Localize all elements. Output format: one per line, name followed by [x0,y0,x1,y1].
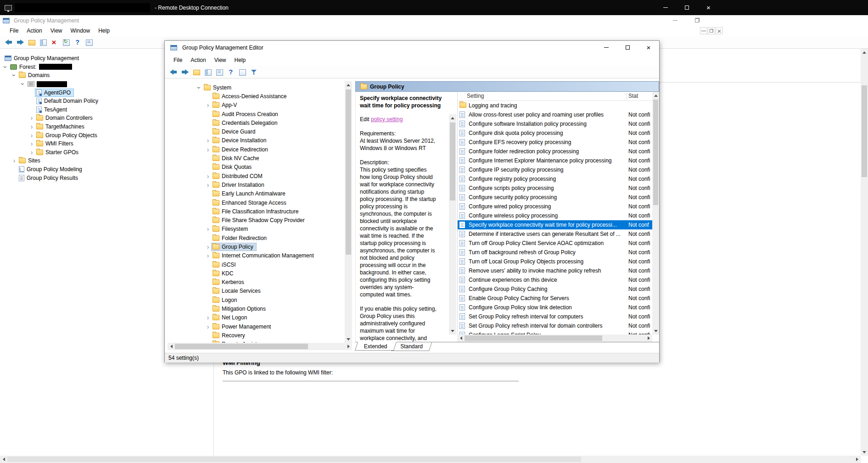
scrollbar-thumb[interactable] [7,457,581,462]
up-one-level-button[interactable] [190,67,202,78]
chevron-down-icon[interactable]: › [2,63,9,71]
scroll-up-button[interactable] [652,92,659,99]
scroll-left-button[interactable] [457,335,465,342]
icon-view-button[interactable] [236,67,248,78]
scroll-down-button[interactable] [345,335,352,343]
column-header-setting[interactable]: Setting [467,93,484,99]
menu-action[interactable]: Action [22,26,46,36]
chevron-right-icon[interactable]: › [11,157,18,164]
scrollbar-thumb[interactable] [465,335,602,341]
scroll-down-button[interactable] [652,327,659,335]
settings-row-enable-group-policy-caching-for-servers[interactable]: Enable Group Policy Caching for ServersN… [458,294,652,303]
chevron-right-icon[interactable]: › [28,140,35,147]
chevron-right-icon[interactable]: › [204,173,212,179]
menu-help[interactable]: Help [94,26,114,36]
tree-item-file-classification-infrastructure[interactable]: File Classification Infrastructure [168,207,345,216]
settings-row-allow-cross-forest-user-policy-and-roaming-user-profiles[interactable]: Allow cross-forest user policy and roami… [458,110,652,119]
tree-item-credentials-delegation[interactable]: Credentials Delegation [168,118,345,127]
settings-row-set-group-policy-refresh-interval-for-domain-controllers[interactable]: Set Group Policy refresh interval for do… [458,321,652,330]
tree-item-folder-redirection[interactable]: Folder Redirection [168,234,345,242]
tree-item-early-launch-antimalware[interactable]: Early Launch Antimalware [168,190,345,198]
menu-window[interactable]: Window [67,26,95,36]
show-console-tree-button[interactable] [202,67,213,78]
chevron-right-icon[interactable]: › [28,115,35,121]
tree-item-logon[interactable]: Logon [168,296,345,304]
chevron-right-icon[interactable]: › [204,137,212,144]
chevron-right-icon[interactable]: › [204,244,212,250]
export-list-button[interactable] [83,37,95,48]
scrollbar-thumb[interactable] [346,89,351,255]
tree-item-group-policy[interactable]: ›Group Policy [168,242,345,251]
menu-file[interactable]: File [169,55,186,65]
close-button[interactable]: × [638,41,659,54]
settings-row-configure-security-policy-processing[interactable]: Configure security policy processingNot … [458,193,652,202]
minimize-button[interactable] [664,15,686,25]
tree-item-mitigation-options[interactable]: Mitigation Options [168,304,345,313]
settings-row-configure-disk-quota-policy-processing[interactable]: Configure disk quota policy processingNo… [458,128,652,138]
tree-item-device-guard[interactable]: Device Guard [168,127,345,136]
scrollbar-thumb[interactable] [175,344,308,349]
tree-item-disk-quotas[interactable]: Disk Quotas [168,163,345,172]
settings-row-configure-folder-redirection-policy-processing[interactable]: Configure folder redirection policy proc… [458,147,652,156]
scrollbar-thumb[interactable] [450,123,455,201]
refresh-button[interactable] [60,37,72,48]
settings-row-configure-logon-script-delay[interactable]: Configure Logon Script DelayNot confi [458,330,652,335]
menu-file[interactable]: File [6,26,22,36]
chevron-right-icon[interactable]: › [204,146,212,153]
settings-row-configure-wireless-policy-processing[interactable]: Configure wireless policy processingNot … [458,211,652,220]
tree-item-recovery[interactable]: Recovery [168,331,345,340]
tree-item-net-logon[interactable]: ›Net Logon [168,313,345,322]
settings-row-configure-registry-policy-processing[interactable]: Configure registry policy processingNot … [458,174,652,184]
close-button[interactable]: × [698,0,719,15]
menu-help[interactable]: Help [230,55,250,65]
settings-row-configure-wired-policy-processing[interactable]: Configure wired policy processingNot con… [458,202,652,211]
rdp-horizontal-scrollbar[interactable] [0,456,861,463]
settings-list-vertical-scrollbar[interactable] [652,92,659,335]
chevron-down-icon[interactable]: › [196,84,202,91]
tree-item-internet-communication-management[interactable]: ›Internet Communication Management [168,251,345,260]
settings-row-turn-off-local-group-policy-objects-processing[interactable]: Turn off Local Group Policy Objects proc… [458,257,652,266]
tree-item-device-installation[interactable]: ›Device Installation [168,136,345,145]
tree-item-app-v[interactable]: ›App-V [168,101,345,110]
chevron-down-icon[interactable]: › [20,80,26,88]
scroll-left-button[interactable] [0,456,7,463]
back-button[interactable] [168,67,179,78]
scroll-up-button[interactable] [449,114,456,122]
export-list-button[interactable] [213,67,225,78]
chevron-right-icon[interactable]: › [28,123,35,130]
menu-view[interactable]: View [46,26,67,36]
scroll-left-button[interactable] [168,343,175,350]
settings-row-turn-off-background-refresh-of-group-policy[interactable]: Turn off background refresh of Group Pol… [458,248,652,257]
restore-button[interactable] [708,27,715,34]
scroll-right-button[interactable] [853,456,861,463]
chevron-down-icon[interactable]: › [11,72,17,79]
minimize-button[interactable] [700,27,707,34]
settings-row-set-group-policy-refresh-interval-for-computers[interactable]: Set Group Policy refresh interval for co… [458,312,652,321]
tree-item-filesystem[interactable]: ›Filesystem [168,225,345,234]
settings-row-configure-scripts-policy-processing[interactable]: Configure scripts policy processingNot c… [458,184,652,193]
settings-row-continue-experiences-on-this-device[interactable]: Continue experiences on this deviceNot c… [458,275,652,284]
tree-item-iscsi[interactable]: iSCSI [168,260,345,269]
settings-row-configure-group-policy-slow-link-detection[interactable]: Configure Group Policy slow link detecti… [458,303,652,312]
chevron-right-icon[interactable]: › [204,226,212,232]
tree-item-driver-installation[interactable]: ›Driver Installation [168,180,345,189]
chevron-right-icon[interactable]: › [204,102,212,108]
scroll-down-button[interactable] [449,327,456,335]
minimize-button[interactable] [655,0,676,15]
delete-button[interactable] [49,37,60,48]
settings-row-determine-if-interactive-users-can-generate-resultant-set-of[interactable]: Determine if interactive users can gener… [458,229,652,239]
tree-item-power-management[interactable]: ›Power Management [168,322,345,331]
scroll-right-button[interactable] [345,343,352,350]
tree-item-kdc[interactable]: KDC [168,269,345,278]
filter-button[interactable] [248,67,259,78]
settings-list-horizontal-scrollbar[interactable] [457,335,652,342]
tab-standard[interactable]: Standard [391,342,432,351]
maximize-button[interactable] [676,0,698,15]
editor-titlebar[interactable]: Group Policy Management Editor × [165,41,659,54]
help-button[interactable] [72,37,83,48]
scroll-up-button[interactable] [345,81,352,89]
tree-item-system[interactable]: ›System [168,83,345,92]
column-header-state[interactable]: Stat [628,93,651,99]
scroll-right-button[interactable] [645,335,652,342]
column-divider[interactable] [627,93,627,100]
